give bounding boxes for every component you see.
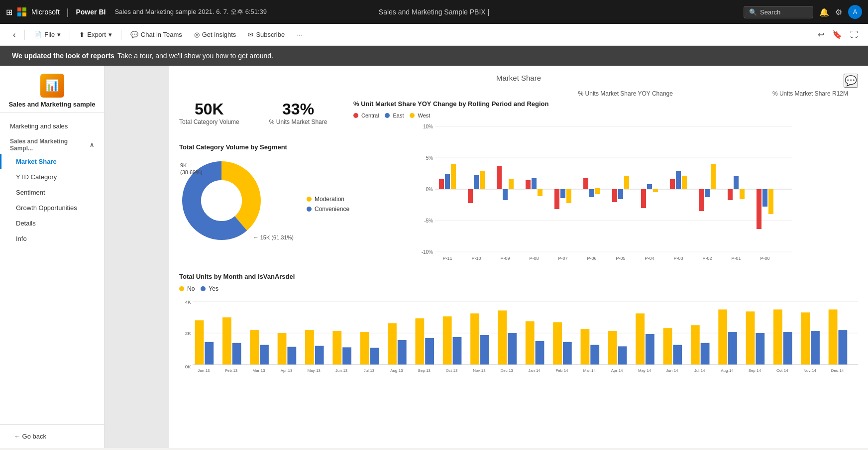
sidebar-item-info[interactable]: Info: [0, 231, 104, 246]
report-canvas: Market Share 💬 % Units Market Share YOY …: [169, 66, 868, 448]
bell-icon[interactable]: 🔔: [819, 7, 829, 17]
svg-text:Feb-14: Feb-14: [555, 368, 568, 373]
chat-button[interactable]: 💬 Chat in Teams: [125, 28, 187, 41]
svg-rect-67: [195, 320, 204, 364]
svg-rect-114: [838, 330, 847, 364]
svg-text:-5%: -5%: [424, 218, 433, 224]
svg-text:P-09: P-09: [500, 256, 510, 261]
svg-rect-96: [590, 345, 599, 365]
svg-text:10%: 10%: [423, 124, 433, 129]
donut-pct-label: (38.69%): [180, 169, 203, 175]
collapse-nav-button[interactable]: ‹: [8, 27, 20, 42]
legend-convenience: Convenience: [307, 206, 349, 213]
file-button[interactable]: 📄 File ▾: [29, 28, 66, 41]
convenience-dot: [307, 207, 312, 212]
subscribe-label: Subscribe: [256, 31, 285, 38]
teams-icon: 💬: [130, 31, 138, 38]
bar-chart-legend: Central East West: [353, 112, 858, 118]
fullscreen-icon[interactable]: ⛶: [848, 28, 860, 41]
sidebar-item-details[interactable]: Details: [0, 216, 104, 231]
logo-icon: 📊: [40, 74, 64, 98]
svg-rect-95: [581, 329, 590, 364]
svg-rect-45: [740, 189, 745, 199]
subscribe-icon: ✉: [248, 31, 253, 38]
search-box[interactable]: 🔍 Search: [744, 6, 813, 18]
svg-text:2K: 2K: [185, 331, 191, 336]
moderation-label: Moderation: [315, 196, 344, 203]
svg-rect-77: [332, 331, 341, 364]
central-dot: [353, 113, 358, 118]
section-collapse-icon[interactable]: ∧: [90, 141, 94, 148]
export-label: Export: [87, 31, 106, 38]
svg-rect-39: [682, 176, 687, 189]
sidebar-item-details-label: Details: [16, 220, 36, 227]
bookmark-icon[interactable]: 🔖: [830, 28, 844, 41]
go-back-button[interactable]: ← Go back: [4, 429, 100, 444]
donut-15k-label: ← 15K (61.31%): [253, 234, 294, 240]
svg-text:P-04: P-04: [645, 256, 654, 261]
sidebar-item-market-share[interactable]: Market Share: [0, 154, 104, 169]
svg-text:0%: 0%: [426, 187, 434, 192]
toolbar-right: ↩ 🔖 ⛶: [816, 28, 860, 41]
gray-panel: [105, 66, 169, 448]
svg-rect-30: [595, 188, 600, 194]
sidebar-item-ytd-category[interactable]: YTD Category: [0, 169, 104, 185]
svg-rect-36: [653, 189, 658, 192]
svg-rect-92: [536, 341, 544, 364]
svg-rect-88: [480, 335, 489, 364]
svg-rect-108: [756, 333, 764, 364]
bottom-chart-section: Total Units by Month and isVanArsdel No …: [179, 273, 858, 377]
moderation-dot: [307, 197, 312, 202]
kpi-market-share-value: 33%: [269, 100, 327, 118]
no-dot: [179, 286, 184, 291]
svg-rect-28: [583, 178, 588, 189]
svg-rect-47: [762, 189, 767, 207]
west-dot: [410, 113, 415, 118]
svg-rect-112: [811, 331, 820, 364]
sidebar-item-sentiment[interactable]: Sentiment: [0, 185, 104, 200]
east-dot: [385, 113, 390, 118]
subscribe-button[interactable]: ✉ Subscribe: [243, 28, 290, 41]
chat-label: Chat in Teams: [141, 31, 182, 38]
microsoft-label: Microsoft: [31, 8, 60, 16]
sidebar-item-info-label: Info: [16, 235, 27, 242]
svg-text:May-14: May-14: [638, 368, 651, 373]
svg-text:Oct-14: Oct-14: [776, 368, 788, 373]
powerbi-label: Power BI: [76, 8, 106, 16]
search-label: Search: [760, 8, 780, 16]
undo-icon[interactable]: ↩: [816, 28, 826, 41]
donut-title: Total Category Volume by Segment: [179, 143, 338, 151]
banner-bold: We updated the look of reports: [12, 52, 114, 60]
insights-button[interactable]: ◎ Get insights: [189, 28, 241, 41]
svg-rect-100: [646, 334, 654, 364]
settings-icon[interactable]: ⚙: [835, 7, 842, 17]
export-button[interactable]: ⬆ Export ▾: [74, 28, 117, 41]
donut-label-top: 9K (38.69%): [180, 162, 203, 176]
banner: We updated the look of reports Take a to…: [0, 46, 868, 66]
svg-rect-23: [532, 178, 537, 189]
grid-icon[interactable]: ⊞: [6, 7, 12, 17]
svg-rect-19: [497, 166, 502, 189]
more-button[interactable]: ···: [292, 28, 307, 41]
svg-rect-32: [618, 189, 623, 199]
bar-chart-section: % Unit Market Share YOY Change by Rollin…: [353, 100, 858, 263]
sidebar-item-ytd-label: YTD Category: [16, 173, 57, 181]
legend-moderation: Moderation: [307, 196, 349, 203]
sidebar-item-growth[interactable]: Growth Opportunities: [0, 200, 104, 216]
no-label: No: [187, 285, 195, 292]
svg-text:Apr-13: Apr-13: [281, 368, 293, 373]
svg-rect-72: [260, 345, 269, 365]
export-icon: ⬆: [79, 31, 85, 38]
main-layout: 📊 Sales and Marketing sample Marketing a…: [0, 66, 868, 448]
svg-rect-24: [538, 189, 542, 196]
account-icon[interactable]: A: [848, 5, 862, 19]
nav-marketing-sales[interactable]: Marketing and sales: [0, 118, 104, 134]
svg-rect-79: [360, 332, 369, 364]
svg-rect-17: [474, 175, 479, 189]
comment-icon[interactable]: 💬: [844, 74, 858, 88]
sidebar-item-sentiment-label: Sentiment: [16, 189, 45, 196]
svg-text:0K: 0K: [185, 364, 191, 369]
svg-rect-85: [443, 316, 452, 364]
svg-rect-13: [439, 179, 444, 189]
svg-rect-22: [526, 180, 531, 189]
